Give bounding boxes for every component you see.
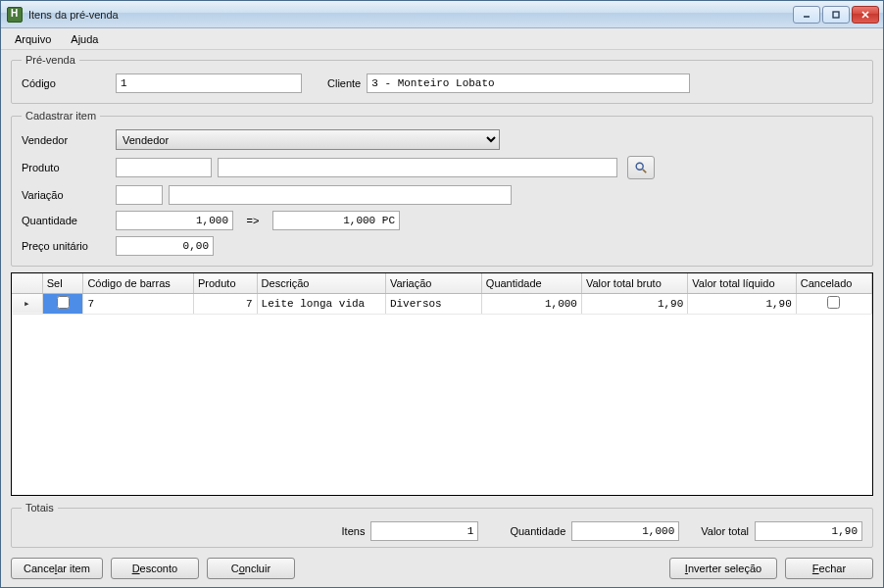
minimize-icon — [802, 10, 811, 20]
maximize-icon — [831, 10, 841, 20]
header-descricao[interactable]: Descrição — [257, 273, 385, 293]
label-codigo: Código — [22, 77, 110, 89]
window-frame: Itens da pré-venda Arquivo Ajuda Pré-ven… — [0, 0, 884, 588]
input-produto-code[interactable] — [116, 158, 212, 177]
output-quantidade-total — [571, 521, 679, 541]
cell-descricao[interactable]: Leite longa vida — [257, 293, 385, 314]
group-pre-venda: Pré-venda Código Cliente — [11, 54, 873, 104]
label-preco: Preço unitário — [22, 240, 110, 252]
header-handle[interactable] — [12, 273, 42, 293]
desconto-button[interactable]: Desconto — [111, 558, 199, 579]
menubar: Arquivo Ajuda — [1, 28, 883, 50]
label-quantidade: Quantidade — [22, 215, 110, 226]
header-cancelado[interactable]: Cancelado — [796, 273, 871, 293]
menu-arquivo[interactable]: Arquivo — [5, 30, 61, 48]
label-quantidade-total: Quantidade — [510, 525, 565, 537]
input-produto-name[interactable] — [218, 158, 617, 177]
output-itens — [370, 521, 478, 541]
items-grid: Sel Código de barras Produto Descrição V… — [11, 272, 873, 496]
current-row-icon: ▸ — [24, 298, 30, 310]
table-row[interactable]: ▸ 7 7 Leite longa vida Diversos 1,000 1,… — [12, 293, 872, 314]
label-qty-arrow: => — [239, 215, 267, 226]
cell-quantidade[interactable]: 1,000 — [481, 293, 581, 314]
cancelar-item-button[interactable]: Cancelar item — [11, 558, 103, 579]
row-indicator: ▸ — [12, 293, 42, 314]
search-produto-button[interactable] — [627, 156, 655, 179]
maximize-button[interactable] — [822, 6, 850, 24]
input-quantidade[interactable] — [116, 211, 233, 230]
legend-pre-venda: Pré-venda — [22, 54, 79, 66]
cell-cancelado[interactable] — [796, 293, 871, 314]
label-cliente: Cliente — [327, 77, 361, 89]
cell-produto[interactable]: 7 — [193, 293, 257, 314]
cell-valor-liquido[interactable]: 1,90 — [688, 293, 796, 314]
svg-point-4 — [636, 163, 643, 170]
header-codigo-barras[interactable]: Código de barras — [83, 273, 194, 293]
row-select-checkbox[interactable] — [57, 296, 70, 309]
cell-variacao[interactable]: Diversos — [385, 293, 481, 314]
grid-empty-area — [12, 315, 872, 496]
minimize-button[interactable] — [793, 6, 820, 24]
window-controls — [793, 6, 879, 24]
svg-rect-1 — [833, 12, 839, 18]
input-quantidade-converted[interactable] — [272, 211, 400, 230]
header-variacao[interactable]: Variação — [385, 273, 481, 293]
label-variacao: Variação — [22, 189, 110, 201]
group-totais: Totais Itens Quantidade Valor total — [11, 502, 873, 548]
content-area: Pré-venda Código Cliente Cadastrar item … — [1, 50, 883, 587]
concluir-button[interactable]: Concluir — [207, 558, 295, 579]
label-vendedor: Vendedor — [22, 134, 110, 146]
input-preco-unitario[interactable] — [116, 236, 214, 256]
cell-codigo-barras[interactable]: 7 — [83, 293, 194, 314]
window-title: Itens da pré-venda — [28, 9, 793, 21]
table-header-row: Sel Código de barras Produto Descrição V… — [12, 273, 872, 293]
group-cadastrar-item: Cadastrar item Vendedor Vendedor Produto — [11, 110, 873, 267]
input-cliente[interactable] — [367, 74, 690, 93]
close-button[interactable] — [852, 6, 879, 24]
svg-line-5 — [643, 170, 647, 173]
fechar-button[interactable]: Fechar — [785, 558, 873, 579]
select-vendedor[interactable]: Vendedor — [116, 129, 500, 150]
header-sel[interactable]: Sel — [42, 273, 83, 293]
menu-ajuda[interactable]: Ajuda — [61, 30, 108, 48]
header-valor-liquido[interactable]: Valor total líquido — [688, 273, 796, 293]
cell-valor-bruto[interactable]: 1,90 — [581, 293, 687, 314]
app-icon — [7, 7, 23, 23]
items-table: Sel Código de barras Produto Descrição V… — [12, 273, 872, 315]
legend-totais: Totais — [22, 502, 58, 514]
label-valor-total: Valor total — [701, 525, 749, 537]
output-valor-total — [755, 521, 862, 541]
legend-cadastrar-item: Cadastrar item — [22, 110, 100, 122]
label-produto: Produto — [22, 162, 110, 173]
button-bar: Cancelar item Desconto Concluir Inverter… — [11, 554, 873, 579]
input-variacao-code[interactable] — [116, 185, 163, 205]
label-itens: Itens — [342, 525, 366, 537]
input-variacao-name[interactable] — [169, 185, 512, 205]
close-icon — [860, 10, 870, 20]
cell-sel[interactable] — [42, 293, 83, 314]
header-produto[interactable]: Produto — [193, 273, 257, 293]
titlebar: Itens da pré-venda — [1, 1, 883, 28]
cancelado-checkbox[interactable] — [827, 296, 840, 309]
inverter-selecao-button[interactable]: Inverter seleção — [669, 558, 777, 579]
header-quantidade[interactable]: Quantidade — [481, 273, 581, 293]
input-codigo[interactable] — [116, 74, 302, 93]
header-valor-bruto[interactable]: Valor total bruto — [581, 273, 687, 293]
search-icon — [634, 161, 648, 174]
